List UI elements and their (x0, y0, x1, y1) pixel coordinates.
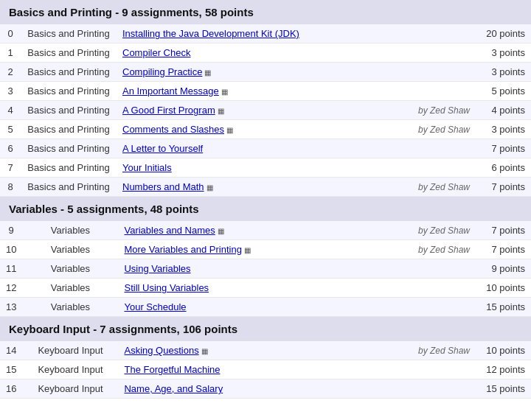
row-category: Keyboard Input (22, 379, 118, 399)
row-category: Basics and Printing (21, 82, 117, 101)
row-author: by Zed Shaw (402, 221, 476, 240)
section-header-0: Basics and Printing - 9 assignments, 58 … (0, 0, 531, 24)
assignment-link[interactable]: Your Schedule (124, 301, 186, 312)
row-author (402, 24, 476, 43)
table-row: 9VariablesVariables and Names▦by Zed Sha… (0, 221, 531, 240)
assignment-link[interactable]: An Important Message (122, 85, 219, 97)
row-points: 3 points (476, 120, 531, 139)
assignment-link[interactable]: Your Initials (122, 162, 172, 173)
row-author: by Zed Shaw (402, 178, 476, 197)
row-number: 8 (0, 178, 21, 197)
table-row: 12VariablesStill Using Variables10 point… (0, 279, 531, 298)
row-number: 5 (0, 120, 21, 139)
section-header-1: Variables - 5 assignments, 48 points (0, 197, 531, 221)
row-points: 7 points (476, 221, 531, 240)
row-category: Basics and Printing (21, 120, 117, 139)
row-number: 1 (0, 43, 21, 63)
row-number: 2 (0, 63, 21, 82)
row-author (402, 139, 476, 158)
table-row: 7Basics and PrintingYour Initials6 point… (0, 158, 531, 178)
row-title-cell: Asking Questions▦ (118, 341, 402, 360)
row-category: Variables (22, 298, 118, 317)
row-category: Basics and Printing (21, 158, 117, 178)
assignment-link[interactable]: A Letter to Yourself (122, 143, 203, 154)
row-author (402, 82, 476, 101)
row-category: Basics and Printing (21, 24, 117, 43)
row-title-cell: Still Using Variables (118, 279, 402, 298)
assignment-link[interactable]: Using Variables (124, 263, 190, 274)
row-number: 3 (0, 82, 21, 101)
section-table-0: 0Basics and PrintingInstalling the Java … (0, 24, 531, 197)
row-category: Variables (22, 279, 118, 298)
row-number: 15 (0, 360, 22, 379)
row-category: Keyboard Input (22, 360, 118, 379)
row-title-cell: Your Schedule (118, 298, 402, 317)
row-author (402, 259, 476, 279)
table-row: 11VariablesUsing Variables9 points (0, 259, 531, 279)
row-author: by Zed Shaw (402, 240, 476, 259)
assignment-link[interactable]: Numbers and Math (122, 181, 204, 192)
row-title-cell: More Variables and Printing▦ (118, 240, 402, 259)
assignment-link[interactable]: More Variables and Printing (124, 244, 241, 255)
row-title-cell: A Letter to Yourself (117, 139, 402, 158)
assignment-link[interactable]: Compiler Check (122, 47, 190, 58)
row-points: 3 points (476, 63, 531, 82)
assignment-link[interactable]: Comments and Slashes (122, 124, 224, 135)
row-points: 3 points (476, 43, 531, 63)
assignment-link[interactable]: Installing the Java Development Kit (JDK… (122, 28, 299, 39)
row-points: 7 points (476, 240, 531, 259)
row-points: 15 points (476, 298, 531, 317)
table-row: 16Keyboard InputName, Age, and Salary15 … (0, 379, 531, 399)
row-author (402, 379, 476, 399)
attachment-icon: ▦ (204, 69, 213, 77)
row-title-cell: An Important Message▦ (117, 82, 402, 101)
attachment-icon: ▦ (218, 107, 226, 116)
row-category: Basics and Printing (21, 178, 117, 197)
assignment-link[interactable]: Asking Questions (124, 345, 198, 356)
row-category: Basics and Printing (21, 101, 117, 120)
attachment-icon: ▦ (221, 88, 230, 97)
attachment-icon: ▦ (206, 183, 215, 192)
attachment-icon: ▦ (218, 227, 226, 236)
row-points: 20 points (476, 24, 531, 43)
table-row: 4Basics and PrintingA Good First Program… (0, 101, 531, 120)
row-number: 6 (0, 139, 21, 158)
table-row: 10VariablesMore Variables and Printing▦b… (0, 240, 531, 259)
row-author: by Zed Shaw (402, 120, 476, 139)
row-points: 10 points (476, 279, 531, 298)
row-category: Variables (22, 221, 118, 240)
assignment-link[interactable]: Still Using Variables (124, 282, 209, 293)
assignment-link[interactable]: Variables and Names (124, 225, 215, 236)
table-row: 8Basics and PrintingNumbers and Math▦by … (0, 178, 531, 197)
row-points: 5 points (476, 82, 531, 101)
table-row: 0Basics and PrintingInstalling the Java … (0, 24, 531, 43)
page-container: Basics and Printing - 9 assignments, 58 … (0, 0, 531, 399)
row-points: 4 points (476, 101, 531, 120)
row-number: 16 (0, 379, 22, 399)
row-title-cell: A Good First Program▦ (117, 101, 402, 120)
section-header-2: Keyboard Input - 7 assignments, 106 poin… (0, 317, 531, 341)
assignment-link[interactable]: A Good First Program (122, 105, 215, 116)
row-author (402, 360, 476, 379)
table-row: 2Basics and PrintingCompiling Practice▦3… (0, 63, 531, 82)
row-points: 12 points (476, 360, 531, 379)
row-title-cell: Your Initials (117, 158, 402, 178)
row-points: 6 points (476, 158, 531, 178)
assignment-link[interactable]: Name, Age, and Salary (124, 383, 223, 394)
row-number: 0 (0, 24, 21, 43)
attachment-icon: ▦ (226, 126, 235, 135)
row-title-cell: Variables and Names▦ (118, 221, 402, 240)
section-table-2: 14Keyboard InputAsking Questions▦by Zed … (0, 341, 531, 399)
row-number: 4 (0, 101, 21, 120)
row-points: 7 points (476, 178, 531, 197)
table-row: 5Basics and PrintingComments and Slashes… (0, 120, 531, 139)
row-author (402, 63, 476, 82)
assignment-link[interactable]: Compiling Practice (122, 66, 202, 77)
assignment-link[interactable]: The Forgetful Machine (124, 364, 220, 375)
row-title-cell: Numbers and Math▦ (117, 178, 402, 197)
section-table-1: 9VariablesVariables and Names▦by Zed Sha… (0, 221, 531, 317)
row-number: 13 (0, 298, 22, 317)
row-author (402, 43, 476, 63)
row-number: 10 (0, 240, 22, 259)
row-number: 7 (0, 158, 21, 178)
